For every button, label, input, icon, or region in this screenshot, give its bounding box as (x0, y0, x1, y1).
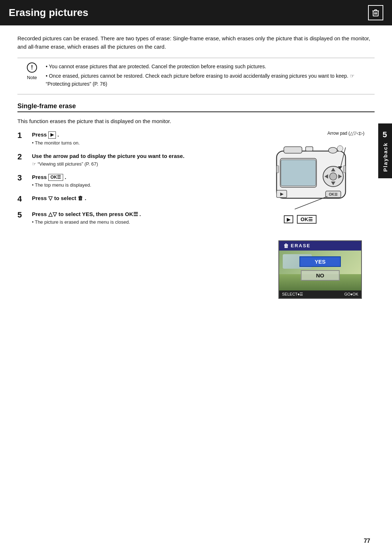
step-4-title: Press ▽ to select 🗑 . (32, 194, 266, 202)
svg-rect-11 (284, 147, 302, 153)
step-3-num: 3 (17, 173, 28, 183)
erase-menu-background: YES NO (279, 251, 361, 290)
steps-column: 1 Press ▶ . • The monitor turns on. 2 Us… (17, 131, 266, 299)
svg-point-15 (330, 173, 337, 180)
intro-paragraph: Recorded pictures can be erased. There a… (17, 34, 375, 51)
step-1-num: 1 (17, 131, 28, 140)
step-2-num: 2 (17, 152, 28, 162)
sidebar-number: 5 (383, 130, 388, 139)
main-content: Recorded pictures can be erased. There a… (0, 25, 392, 308)
step-5-num: 5 (17, 210, 28, 220)
step-3-title: Press OK☰ . (32, 173, 266, 181)
page-header: Erasing pictures (0, 0, 392, 25)
step-2-body: Use the arrow pad to display the picture… (32, 152, 266, 167)
section-intro: This function erases the picture that is… (17, 118, 375, 124)
svg-text:▶: ▶ (280, 191, 284, 196)
step-3-body: Press OK☰ . • The top menu is displayed. (32, 173, 266, 188)
steps-area: 1 Press ▶ . • The monitor turns on. 2 Us… (17, 131, 375, 299)
step-5-note: • The picture is erased and the menu is … (32, 219, 266, 225)
sidebar-playback-tab: 5 Playback (378, 123, 392, 178)
erase-menu-footer-go: GO♦OK (344, 292, 358, 297)
step-5-body: Press △▽ to select YES, then press OK☰ .… (32, 210, 266, 225)
note-text: • You cannot erase pictures that are pro… (46, 62, 369, 90)
svg-rect-28 (343, 166, 346, 173)
note-bullet-2: • Once erased, pictures cannot be restor… (46, 72, 369, 88)
svg-rect-27 (277, 166, 279, 173)
ok-button-symbol-3: OK☰ (48, 174, 63, 181)
play-btn-diagram: ▶ (284, 215, 293, 223)
erase-menu-footer: SELECT♦☰ GO♦OK (279, 290, 361, 298)
step-1-note: • The monitor turns on. (32, 140, 266, 146)
svg-rect-10 (281, 160, 316, 186)
page-title: Erasing pictures (9, 7, 88, 19)
step-3-note: • The top menu is displayed. (32, 182, 266, 188)
note-label: Note (27, 75, 37, 80)
step-3: 3 Press OK☰ . • The top menu is displaye… (17, 173, 266, 188)
step-4-num: 4 (17, 194, 28, 204)
step-2: 2 Use the arrow pad to display the pictu… (17, 152, 266, 167)
right-column: Arrow pad (△▽◁▷) (266, 131, 375, 299)
erase-menu-footer-select: SELECT♦☰ (282, 292, 303, 297)
erase-menu-screenshot: 🗑 ERASE YES NO SELECT♦☰ GO♦OK (278, 240, 362, 299)
note-box: ! Note • You cannot erase pictures that … (17, 58, 375, 94)
section-heading: Single-frame erase (17, 102, 375, 112)
header-trash-icon (368, 5, 383, 20)
svg-point-30 (337, 146, 343, 151)
step-4: 4 Press ▽ to select 🗑 . (17, 194, 266, 204)
step-2-title: Use the arrow pad to display the picture… (32, 152, 266, 160)
camera-illustration: OK☰ ▶ (273, 137, 367, 213)
svg-text:OK☰: OK☰ (329, 192, 338, 196)
exclamation-icon: ! (27, 62, 37, 73)
sidebar-label: Playback (382, 142, 388, 172)
step-5: 5 Press △▽ to select YES, then press OK☰… (17, 210, 266, 225)
step-2-ref: ☞ “Viewing still pictures” (P. 67) (32, 161, 266, 167)
page-number: 77 (364, 538, 370, 544)
step-1-body: Press ▶ . • The monitor turns on. (32, 131, 266, 146)
ok-btn-diagram: OK☰ (297, 215, 317, 224)
camera-diagram-wrap: Arrow pad (△▽◁▷) (273, 131, 367, 224)
step-5-title: Press △▽ to select YES, then press OK☰ . (32, 210, 266, 218)
play-button-symbol: ▶ (48, 131, 56, 139)
erase-menu-no: NO (301, 270, 340, 281)
erase-menu-yes: YES (299, 256, 341, 267)
note-icon-col: ! Note (23, 62, 41, 80)
svg-rect-12 (306, 147, 313, 151)
step-1: 1 Press ▶ . • The monitor turns on. (17, 131, 266, 146)
erase-menu-body: YES NO (279, 251, 361, 290)
arrow-pad-callout: Arrow pad (△▽◁▷) (273, 131, 367, 136)
step-4-body: Press ▽ to select 🗑 . (32, 194, 266, 203)
svg-point-13 (328, 147, 337, 153)
step-1-title: Press ▶ . (32, 131, 266, 139)
note-bullet-1: • You cannot erase pictures that are pro… (46, 62, 369, 70)
ok-area-row: ▶ OK☰ (273, 215, 367, 224)
erase-menu-header: 🗑 ERASE (279, 241, 361, 251)
